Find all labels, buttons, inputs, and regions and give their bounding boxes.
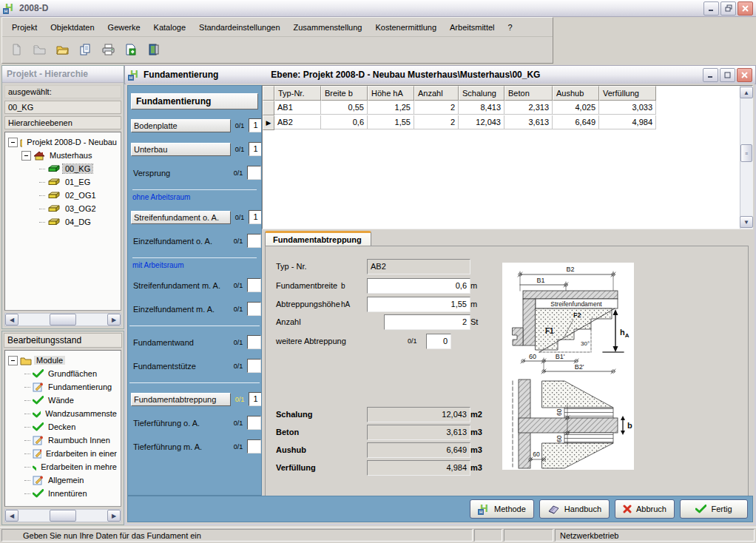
menu-kostenermittlung[interactable]: Kostenermittlung xyxy=(368,21,443,34)
cell-ab2-typ[interactable]: AB2 xyxy=(274,115,321,129)
module-fundamentierung[interactable]: Fundamentierung xyxy=(7,380,119,394)
methode-button[interactable]: HH Methode xyxy=(470,499,534,519)
scroll-up-icon[interactable]: ▲ xyxy=(740,87,753,98)
collapse-icon[interactable] xyxy=(8,138,18,147)
close-button[interactable] xyxy=(737,68,752,82)
tab-fundamentabtreppung[interactable]: Fundamentabtreppung xyxy=(265,231,371,246)
close-button[interactable] xyxy=(738,1,753,16)
fundamentabtreppung-button[interactable]: Fundamentabtreppung xyxy=(131,393,231,406)
streifenfundament-oa-button[interactable]: Streifenfundament o. A. xyxy=(131,211,231,224)
fundamentwand-item[interactable]: Fundamentwand xyxy=(131,337,229,348)
streifenfundament-ma-item[interactable]: Streifenfundament m. A. xyxy=(131,280,229,291)
tieferfuehrung-ma-count[interactable] xyxy=(247,439,261,453)
module-allgemein[interactable]: Allgemein xyxy=(7,473,119,487)
cell-ab1-typ[interactable]: AB1 xyxy=(274,101,321,115)
menu-divider xyxy=(129,326,260,326)
open-folder-icon[interactable] xyxy=(53,40,72,59)
streifenfundament-oa-count[interactable]: 1 xyxy=(249,210,262,224)
module-decken[interactable]: Decken xyxy=(7,420,119,434)
scroll-left-icon[interactable]: ◀ xyxy=(5,314,18,326)
fundamentbreite-input[interactable]: 0,6 xyxy=(367,278,470,294)
menu-objektdaten[interactable]: Objektdaten xyxy=(44,21,101,34)
copy-icon[interactable] xyxy=(75,40,95,59)
abbruch-button[interactable]: Abbruch xyxy=(615,499,675,519)
col-hoehe-ha[interactable]: Höhe hA xyxy=(368,86,414,101)
col-verfuellung[interactable]: Verfüllung xyxy=(599,86,656,101)
scroll-thumb[interactable] xyxy=(50,510,76,522)
unterbau-button[interactable]: Unterbau xyxy=(131,143,231,156)
tieferfuehrung-ma-item[interactable]: Tieferführung m. A. xyxy=(131,441,229,453)
module-wandzusammenstellung[interactable]: Wandzusammenste xyxy=(7,407,119,420)
handbuch-button[interactable]: Handbuch xyxy=(539,499,610,519)
table-vscrollbar[interactable]: ▲ ≡ ▼ xyxy=(740,86,752,229)
module-waende[interactable]: Wände xyxy=(7,394,119,407)
weitere-abtreppung-input[interactable]: 0 xyxy=(426,334,451,349)
col-anzahl[interactable]: Anzahl xyxy=(414,86,459,101)
tree-node-02-og1[interactable]: 02_OG1 xyxy=(7,189,119,202)
tree-node-module[interactable]: Module xyxy=(7,354,119,367)
collapse-icon[interactable] xyxy=(21,151,31,161)
col-schalung[interactable]: Schalung xyxy=(459,86,504,101)
minimize-button[interactable] xyxy=(703,1,719,16)
menu-zusammenstellung[interactable]: Zusammenstellung xyxy=(287,21,369,34)
col-beton[interactable]: Beton xyxy=(504,86,553,101)
tree-node-project[interactable]: Projekt 2008-D - Neubau xyxy=(7,135,119,149)
tree-node-musterhaus[interactable]: Musterhaus xyxy=(7,149,119,162)
hierarchy-hscrollbar[interactable]: ◀ ▶ xyxy=(4,313,121,326)
exit-icon[interactable] xyxy=(144,40,163,59)
bodenplatte-button[interactable]: Bodenplatte xyxy=(131,119,231,132)
versprung-item[interactable]: Versprung xyxy=(131,167,229,179)
module-grundflaechen[interactable]: Grundflächen xyxy=(7,367,119,380)
open-project-icon[interactable] xyxy=(30,40,49,59)
svg-text:Streifenfundament: Streifenfundament xyxy=(550,300,602,308)
restore-button[interactable] xyxy=(720,1,736,16)
menu-gewerke[interactable]: Gewerke xyxy=(101,21,147,34)
menu-kataloge[interactable]: Kataloge xyxy=(147,21,192,34)
new-document-icon[interactable] xyxy=(7,40,26,59)
scroll-thumb[interactable]: ≡ xyxy=(740,144,752,162)
tieferfuehrung-oa-item[interactable]: Tieferführung o. A. xyxy=(131,417,229,429)
bodenplatte-count[interactable]: 1 xyxy=(249,118,262,132)
fundamentstuetze-count[interactable] xyxy=(247,359,261,373)
tree-node-00-kg[interactable]: 00_KG xyxy=(7,162,119,175)
tree-node-04-dg[interactable]: 04_DG xyxy=(7,215,119,229)
module-raumbuch-innen[interactable]: Raumbuch Innen xyxy=(7,434,119,447)
tree-node-03-og2[interactable]: 03_OG2 xyxy=(7,202,119,215)
col-aushub[interactable]: Aushub xyxy=(553,86,599,101)
scroll-right-icon[interactable]: ▶ xyxy=(107,510,121,522)
fundamentabtreppung-count[interactable]: 1 xyxy=(249,392,262,406)
streifenfundament-ma-count[interactable] xyxy=(247,278,261,292)
module-erdarbeiten-einer[interactable]: Erdarbeiten in einer xyxy=(7,447,119,460)
einzelfundament-ma-count[interactable] xyxy=(247,302,261,316)
einzelfundament-oa-count[interactable] xyxy=(247,234,261,248)
module-innentueren[interactable]: Innentüren xyxy=(7,487,119,500)
collapse-icon[interactable] xyxy=(8,356,18,365)
tree-node-01-eg[interactable]: 01_EG xyxy=(7,175,119,189)
menu-projekt[interactable]: Projekt xyxy=(5,21,44,34)
menu-help[interactable]: ? xyxy=(502,21,519,34)
scroll-thumb[interactable] xyxy=(50,314,76,326)
tieferfuehrung-oa-count[interactable] xyxy=(247,416,261,430)
scroll-right-icon[interactable]: ▶ xyxy=(107,314,121,326)
fundamentwand-count[interactable] xyxy=(247,335,261,349)
anzahl-input[interactable]: 2 xyxy=(384,314,470,330)
abtreppungshoehe-input[interactable]: 1,55 xyxy=(367,297,470,312)
print-icon[interactable] xyxy=(98,40,118,59)
col-breite-b[interactable]: Breite b xyxy=(321,86,368,101)
export-document-icon[interactable] xyxy=(121,40,141,59)
fertig-button[interactable]: Fertig xyxy=(680,499,748,519)
maximize-button[interactable] xyxy=(720,68,735,82)
col-typ-nr[interactable]: Typ-Nr. xyxy=(274,86,321,101)
scroll-down-icon[interactable]: ▼ xyxy=(740,216,753,228)
scroll-left-icon[interactable]: ◀ xyxy=(5,510,18,522)
unterbau-count[interactable]: 1 xyxy=(249,142,262,156)
versprung-count[interactable] xyxy=(247,166,261,180)
module-erdarbeiten-mehreren[interactable]: Erdarbeiten in mehre xyxy=(7,460,119,473)
menu-arbeitsmittel[interactable]: Arbeitsmittel xyxy=(443,21,502,34)
einzelfundament-ma-item[interactable]: Einzelfundament m. A. xyxy=(131,303,229,315)
modules-hscrollbar[interactable]: ◀ ▶ xyxy=(4,509,121,522)
einzelfundament-oa-item[interactable]: Einzelfundament o. A. xyxy=(131,235,229,247)
minimize-button[interactable] xyxy=(703,68,718,82)
menu-standardeinstellungen[interactable]: Standardeinstellungen xyxy=(192,21,286,34)
fundamentstuetze-item[interactable]: Fundamentstütze xyxy=(131,360,229,372)
